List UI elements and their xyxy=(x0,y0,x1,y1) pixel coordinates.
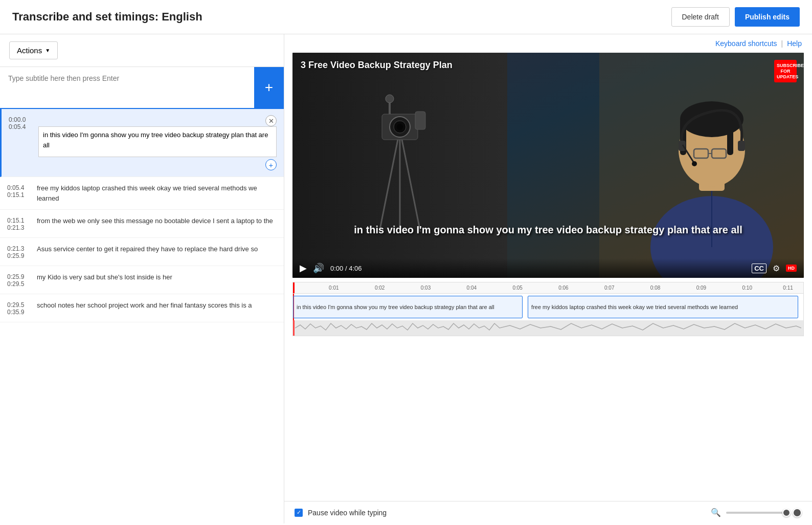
svg-rect-7 xyxy=(415,112,425,129)
actions-bar: Actions ▼ xyxy=(0,34,284,67)
caption-times: 0:21.3 0:25.9 xyxy=(7,245,32,259)
zoom-circle[interactable] xyxy=(793,508,802,517)
video-player: 3 Free Video Backup Strategy Plan SUBSCR… xyxy=(292,53,804,278)
actions-label: Actions xyxy=(17,46,42,55)
pause-label[interactable]: Pause video while typing xyxy=(308,509,387,517)
caption-end-time: 0:05.4 xyxy=(9,123,33,130)
caption-item[interactable]: 0:00.0 0:05.4 ✕ in this video I'm gonna … xyxy=(0,109,284,177)
waveform-graphic xyxy=(295,321,801,335)
caption-item[interactable]: 0:05.4 0:15.1 free my kiddos laptop cras… xyxy=(0,177,284,210)
caption-start-time: 0:29.5 xyxy=(7,301,32,309)
add-subtitle-button[interactable]: + xyxy=(254,67,284,108)
header-buttons: Delete draft Publish edits xyxy=(671,7,800,27)
captions-list: 0:00.0 0:05.4 ✕ in this video I'm gonna … xyxy=(0,109,284,523)
page-header: Transcribe and set timings: English Dele… xyxy=(0,0,812,34)
volume-button[interactable]: 🔊 xyxy=(313,262,324,274)
actions-dropdown-arrow: ▼ xyxy=(45,48,50,53)
left-panel: Actions ▼ + 0:00.0 0:05.4 ✕ in thi xyxy=(0,34,284,523)
timeline-caption-row: in this video I'm gonna show you my tree… xyxy=(293,294,803,320)
svg-point-9 xyxy=(386,95,394,103)
caption-start-time: 0:00.0 xyxy=(9,116,33,123)
caption-text: from the web we only see this message no… xyxy=(37,216,277,226)
person-area xyxy=(487,53,804,278)
svg-line-0 xyxy=(379,129,400,232)
svg-point-14 xyxy=(680,101,743,137)
camera-equipment-svg xyxy=(349,89,451,242)
caption-times: 0:00.0 0:05.4 xyxy=(9,116,33,130)
waveform-bars xyxy=(293,320,803,336)
right-toolbar: Keyboard shortcuts | Help xyxy=(284,34,812,53)
timeline-ruler: 0:01 0:02 0:03 0:04 0:05 0:06 0:07 0:08 … xyxy=(293,282,803,294)
caption-start-time: 0:25.9 xyxy=(7,273,32,280)
close-caption-button[interactable]: ✕ xyxy=(265,115,277,126)
svg-rect-21 xyxy=(738,141,745,151)
subtitle-input[interactable] xyxy=(0,67,254,108)
timeline-container: 0:01 0:02 0:03 0:04 0:05 0:06 0:07 0:08 … xyxy=(292,282,804,336)
timeline-tick: 0:04 xyxy=(467,285,477,291)
total-time: 4:06 xyxy=(349,265,362,272)
cc-button[interactable]: CC xyxy=(752,264,766,273)
hd-badge: HD xyxy=(786,265,797,272)
playhead-line xyxy=(293,282,295,293)
pause-checkbox[interactable]: ✓ xyxy=(295,509,303,517)
checkbox-check: ✓ xyxy=(297,509,301,516)
zoom-slider[interactable] xyxy=(726,512,787,514)
caption-times: 0:05.4 0:15.1 xyxy=(7,184,32,199)
caption-item[interactable]: 0:15.1 0:21.3 from the web we only see t… xyxy=(0,210,284,238)
camera-area xyxy=(292,53,507,278)
timeline-tick: 0:06 xyxy=(558,285,568,291)
caption-item[interactable]: 0:25.9 0:29.5 my Kido is very sad but sh… xyxy=(0,266,284,294)
waveform-playhead xyxy=(293,320,295,336)
keyboard-shortcuts-link[interactable]: Keyboard shortcuts xyxy=(715,39,777,48)
svg-point-6 xyxy=(397,124,403,130)
timeline-tick: 0:03 xyxy=(421,285,431,291)
caption-start-time: 0:05.4 xyxy=(7,184,32,191)
zoom-controls: 🔍 xyxy=(711,508,802,517)
play-button[interactable]: ▶ xyxy=(300,262,307,274)
video-title-overlay: 3 Free Video Backup Strategy Plan xyxy=(301,60,453,71)
toolbar-separator: | xyxy=(781,39,783,48)
timeline-tick: 0:01 xyxy=(329,285,339,291)
right-panel: Keyboard shortcuts | Help xyxy=(284,34,812,523)
publish-edits-button[interactable]: Publish edits xyxy=(735,7,800,27)
timeline-caption-block[interactable]: in this video I'm gonna show you my tree… xyxy=(293,296,523,318)
caption-end-time: 0:35.9 xyxy=(7,309,32,316)
caption-end-time: 0:29.5 xyxy=(7,280,32,288)
actions-button[interactable]: Actions ▼ xyxy=(9,41,58,59)
caption-text: school notes her school project work and… xyxy=(37,300,277,311)
caption-end-time: 0:15.1 xyxy=(7,191,32,199)
caption-overlay: in this video I'm gonna show you my tree… xyxy=(292,223,804,237)
caption-end-time: 0:21.3 xyxy=(7,224,32,231)
help-link[interactable]: Help xyxy=(787,39,802,48)
active-caption-header: ✕ xyxy=(38,115,277,126)
caption-action-buttons: + xyxy=(38,159,277,170)
caption-times: 0:29.5 0:35.9 xyxy=(7,301,32,316)
caption-item[interactable]: 0:29.5 0:35.9 school notes her school pr… xyxy=(0,294,284,322)
time-display: 0:00 / 4:06 xyxy=(330,265,362,272)
caption-text: my Kido is very sad but she's lost insid… xyxy=(37,272,277,282)
add-after-button[interactable]: + xyxy=(265,159,277,170)
caption-edit-input[interactable]: in this video I'm gonna show you my tree… xyxy=(38,126,277,157)
timeline-tick: 0:11 xyxy=(783,285,793,291)
caption-content: ✕ in this video I'm gonna show you my tr… xyxy=(38,115,277,170)
timeline-tick: 0:02 xyxy=(375,285,385,291)
video-area: 3 Free Video Backup Strategy Plan SUBSCR… xyxy=(292,53,804,278)
caption-text: free my kiddos laptop crashed this week … xyxy=(37,183,277,203)
subscribe-badge: SUBSCRIBEFORUPDATES xyxy=(774,60,797,82)
waveform-area: // waveform bars generated inline xyxy=(293,320,803,336)
svg-line-1 xyxy=(400,129,420,232)
timeline-tick: 0:10 xyxy=(742,285,752,291)
caption-times: 0:25.9 0:29.5 xyxy=(7,273,32,288)
timeline-caption-block[interactable]: free my kiddos laptop crashed this week … xyxy=(528,296,798,318)
caption-item[interactable]: 0:21.3 0:25.9 Asus service center to get… xyxy=(0,238,284,266)
svg-point-23 xyxy=(692,161,697,166)
caption-start-time: 0:15.1 xyxy=(7,217,32,224)
timeline-tick: 0:08 xyxy=(650,285,660,291)
settings-button[interactable]: ⚙ xyxy=(773,264,780,273)
main-content: Actions ▼ + 0:00.0 0:05.4 ✕ in thi xyxy=(0,34,812,523)
delete-draft-button[interactable]: Delete draft xyxy=(671,7,730,27)
timeline-tick: 0:05 xyxy=(512,285,522,291)
video-controls: ▶ 🔊 0:00 / 4:06 CC ⚙ HD xyxy=(292,258,804,278)
zoom-slider-thumb[interactable] xyxy=(782,509,791,517)
zoom-in-icon: 🔍 xyxy=(711,508,721,517)
